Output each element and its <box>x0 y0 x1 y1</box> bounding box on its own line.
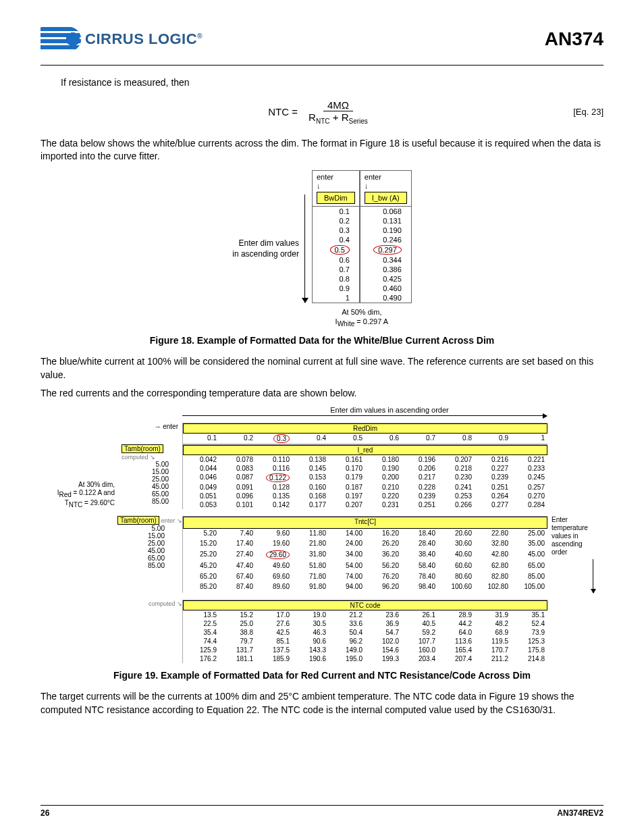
table-cell: 33.6 <box>329 619 365 628</box>
table-cell: 0.228 <box>402 483 438 492</box>
fig19-ntc-grid: NTC code13.515.217.019.021.223.626.128.9… <box>182 600 547 663</box>
header-rule <box>41 65 603 66</box>
figure-19: Enter dim values in ascending order → en… <box>41 406 603 663</box>
table-cell: 47.40 <box>219 561 256 572</box>
table-cell: 0.5 <box>313 244 359 255</box>
table-cell: 0.051 <box>183 492 219 500</box>
table-cell: 25.00 <box>511 529 547 540</box>
table-cell: 0.241 <box>438 483 475 492</box>
table-cell: 119.5 <box>475 637 511 646</box>
table-cell: 32.80 <box>475 539 511 550</box>
table-cell: 0.128 <box>256 483 292 492</box>
table-cell: 0.196 <box>402 455 438 464</box>
table-cell: 0.078 <box>219 455 256 464</box>
table-cell: 0.7 <box>313 265 359 274</box>
table-cell: 16.20 <box>365 529 402 540</box>
table-cell: 0.210 <box>365 483 402 492</box>
table-cell: 0.251 <box>475 483 511 492</box>
fig18-footnote: At 50% dim, IWhite = 0.297 A <box>336 307 388 328</box>
column-header: 0.8 <box>438 434 475 444</box>
table-cell: 18.40 <box>402 529 438 540</box>
reddim-label: RedDim <box>183 423 547 434</box>
table-cell: 0.207 <box>438 455 475 464</box>
table-cell: 0.246 <box>360 235 411 244</box>
tamb-value: 65.00 <box>117 554 165 562</box>
table-cell: 5.20 <box>183 529 219 540</box>
table-cell: 0.135 <box>256 492 292 500</box>
table-cell: 48.2 <box>475 619 511 628</box>
table-cell: 65.20 <box>183 572 219 583</box>
table-cell: 0.239 <box>475 473 511 483</box>
table-cell: 30.60 <box>438 539 475 550</box>
column-header: 1 <box>511 434 547 444</box>
table-cell: 0.270 <box>511 492 547 500</box>
table-cell: 214.8 <box>511 654 547 663</box>
equation-23: NTC = 4MΩ RNTC + RSeries [Eq. 23] <box>41 99 603 125</box>
tamb-value: 45.00 <box>117 547 165 554</box>
table-cell: 181.1 <box>219 654 256 663</box>
table-cell: 76.20 <box>365 572 402 583</box>
table-cell: 175.8 <box>511 646 547 654</box>
tamb-value: 15.00 <box>117 532 165 540</box>
tamb-value: 25.00 <box>122 475 169 483</box>
logo-text: CIRRUS LOGIC® <box>85 30 203 48</box>
table-cell: 190.6 <box>292 654 329 663</box>
table-cell: 87.40 <box>219 582 256 593</box>
table-cell: 0.231 <box>365 500 402 509</box>
table-cell: 170.7 <box>475 646 511 654</box>
table-cell: 199.3 <box>365 654 402 663</box>
table-cell: 0.206 <box>402 464 438 473</box>
table-cell: 0.197 <box>329 492 365 500</box>
paragraph-2: The blue/white current at 100% will be c… <box>41 355 603 382</box>
table-cell: 64.0 <box>438 628 475 637</box>
table-cell: 211.2 <box>475 654 511 663</box>
table-cell: 38.40 <box>402 550 438 562</box>
table-cell: 21.80 <box>292 539 329 550</box>
table-cell: 102.80 <box>475 582 511 593</box>
table-cell: 62.80 <box>475 561 511 572</box>
table-cell: 102.0 <box>365 637 402 646</box>
table-cell: 0.096 <box>219 492 256 500</box>
equation-number: [Eq. 23] <box>573 107 603 117</box>
table-cell: 0.161 <box>329 455 365 464</box>
table-cell: 0.042 <box>183 455 219 464</box>
table-cell: 22.80 <box>475 529 511 540</box>
table-cell: 0.190 <box>365 464 402 473</box>
fig19-enter-label: → enter <box>41 423 182 430</box>
table-cell: 42.5 <box>256 628 292 637</box>
revision-code: AN374REV2 <box>557 808 603 818</box>
column-header: 0.7 <box>402 434 438 444</box>
table-cell: 45.20 <box>183 561 219 572</box>
table-cell: 0.122 <box>256 473 292 483</box>
table-cell: 0.284 <box>511 500 547 509</box>
table-cell: 0.049 <box>183 483 219 492</box>
table-cell: 58.40 <box>402 561 438 572</box>
table-cell: 98.40 <box>402 582 438 593</box>
table-cell: 36.9 <box>365 619 402 628</box>
table-cell: 67.40 <box>219 572 256 583</box>
table-cell: 131.7 <box>219 646 256 654</box>
table-cell: 185.9 <box>256 654 292 663</box>
table-cell: 0.257 <box>511 483 547 492</box>
arrow-right-icon <box>182 415 547 421</box>
tamb-value: 45.00 <box>122 483 169 490</box>
table-cell: 0.200 <box>365 473 402 483</box>
page-number: 26 <box>41 808 49 818</box>
table-cell: 0.277 <box>475 500 511 509</box>
table-cell: 40.60 <box>438 550 475 562</box>
table-cell: 0.142 <box>256 500 292 509</box>
fig18-ibw-table: enter ↓ I_bw (A) 0.0680.1310.1900.2460.2… <box>360 170 412 303</box>
figure-19-caption: Figure 19. Example of Formatted Data for… <box>41 670 603 681</box>
table-cell: 7.40 <box>219 529 256 540</box>
table-cell: 137.5 <box>256 646 292 654</box>
table-cell: 50.4 <box>329 628 365 637</box>
table-cell: 22.5 <box>183 619 219 628</box>
column-header: 0.5 <box>329 434 365 444</box>
fig19-reddim-header: RedDim0.10.20.30.40.50.60.70.80.91 <box>182 423 547 444</box>
column-header: 0.1 <box>183 434 219 444</box>
table-cell: 91.80 <box>292 582 329 593</box>
table-cell: 176.2 <box>183 654 219 663</box>
table-cell: 44.2 <box>438 619 475 628</box>
table-cell: 0.091 <box>219 483 256 492</box>
table-cell: 0.216 <box>475 455 511 464</box>
